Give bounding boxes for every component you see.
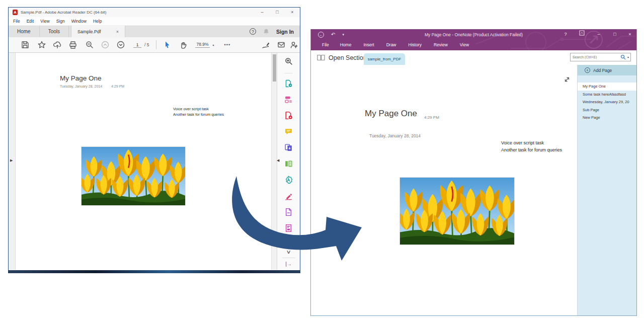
- acrobat-menubar: File Edit View Sign Window Help: [9, 17, 300, 26]
- onenote-titlebar[interactable]: ← ↶ ▾ My Page One - OneNote (Product Act…: [311, 29, 636, 40]
- acrobat-titlebar[interactable]: A Sample.Pdf - Adobe Acrobat Reader DC (…: [9, 8, 300, 17]
- tab-document[interactable]: Sample.Pdf ×: [71, 26, 125, 37]
- more-tools-panel-icon[interactable]: [284, 224, 293, 232]
- add-page-label: Add Page: [593, 68, 612, 73]
- onenote-body: My Page One 4:29 PM Tuesday, January 28,…: [311, 65, 636, 315]
- help-icon[interactable]: ?: [250, 28, 256, 35]
- book-icon[interactable]: [317, 54, 325, 61]
- page-list-item[interactable]: Sub Page: [578, 106, 636, 114]
- onenote-section-bar: Open Sections ▾ sample_from_PDF ▾: [311, 50, 636, 65]
- acrobat-window: A Sample.Pdf - Adobe Acrobat Reader DC (…: [8, 7, 300, 271]
- expand-diagonal-icon[interactable]: [564, 76, 571, 83]
- onenote-minimize-button[interactable]: –: [592, 29, 605, 40]
- menu-edit[interactable]: Edit: [27, 19, 34, 24]
- note-page-title[interactable]: My Page One: [365, 109, 417, 119]
- fill-sign-pen-icon[interactable]: [262, 40, 271, 49]
- add-page-button[interactable]: + Add Page: [578, 65, 636, 75]
- zoom-out-icon[interactable]: [85, 40, 94, 49]
- page-down-icon[interactable]: [116, 40, 125, 49]
- cloud-upload-icon[interactable]: [53, 40, 62, 49]
- acrobat-window-bottom-border: [8, 270, 300, 273]
- note-page-date: Tuesday, January 28, 2014: [369, 133, 421, 138]
- fill-sign-icon[interactable]: [284, 192, 293, 200]
- pdf-page-dateline: Tuesday, January 28, 20144:29 PM: [60, 85, 124, 88]
- ribbon-tab-home[interactable]: Home: [334, 40, 358, 50]
- search-tool-icon[interactable]: [284, 57, 293, 65]
- acrobat-window-title: Sample.Pdf - Adobe Acrobat Reader DC (64…: [21, 10, 106, 15]
- page-list-item[interactable]: Some task hereAfasdfasd: [578, 91, 636, 99]
- send-document-icon[interactable]: [284, 208, 293, 216]
- export-pdf-icon[interactable]: [284, 73, 293, 88]
- ribbon-tab-history[interactable]: History: [403, 40, 428, 50]
- onenote-maximize-button[interactable]: □: [608, 29, 621, 40]
- comment-icon[interactable]: [284, 127, 293, 136]
- email-icon[interactable]: [277, 40, 286, 49]
- search-input[interactable]: [571, 55, 620, 59]
- edit-pdf-icon[interactable]: [284, 95, 293, 104]
- ribbon-tab-insert[interactable]: Insert: [357, 40, 380, 50]
- tab-tools[interactable]: Tools: [40, 26, 69, 37]
- search-icon[interactable]: [620, 54, 626, 60]
- note-task-text[interactable]: Voice over script task Another task for …: [501, 140, 562, 153]
- navigation-pane-strip[interactable]: ▶: [9, 53, 16, 270]
- tab-close-icon[interactable]: ×: [116, 29, 119, 34]
- bell-icon[interactable]: [263, 28, 270, 35]
- tab-home[interactable]: Home: [9, 26, 40, 37]
- pdf-page-time: 4:29 PM: [111, 85, 124, 88]
- save-icon[interactable]: [21, 40, 30, 49]
- zoom-level-value[interactable]: 78.9%: [195, 42, 209, 48]
- page-list: My Page One Some task hereAfasdfasd Wedn…: [578, 83, 636, 122]
- onenote-close-button[interactable]: ×: [623, 29, 636, 40]
- acrobat-app-icon: A: [13, 10, 18, 15]
- panel-collapse-icon[interactable]: ◀: [277, 158, 279, 163]
- convert-pdf-icon[interactable]: [284, 176, 293, 184]
- page-list-item[interactable]: New Page: [578, 114, 636, 122]
- menu-view[interactable]: View: [40, 19, 49, 24]
- ribbon-tab-file[interactable]: File: [317, 40, 334, 50]
- sign-in-button[interactable]: Sign In: [276, 29, 294, 35]
- acrobat-tabbar: Home Tools Sample.Pdf × ? Sign In: [9, 26, 300, 37]
- onenote-page-canvas[interactable]: My Page One 4:29 PM Tuesday, January 28,…: [311, 65, 577, 315]
- account-add-icon[interactable]: [289, 40, 298, 49]
- minimize-button[interactable]: –: [255, 8, 270, 17]
- maximize-button[interactable]: □: [270, 8, 285, 17]
- tab-document-label: Sample.Pdf: [77, 29, 101, 34]
- menu-window[interactable]: Window: [71, 19, 87, 24]
- tools-panel: ◀: [277, 53, 300, 270]
- onenote-header: ← ↶ ▾ My Page One - OneNote (Product Act…: [311, 29, 636, 50]
- page-up-icon[interactable]: [101, 40, 110, 49]
- zoom-dropdown-icon[interactable]: ▾: [213, 43, 214, 47]
- menu-help[interactable]: Help: [93, 19, 102, 24]
- page-list-sidebar: + Add Page My Page One Some task hereAfa…: [577, 65, 636, 315]
- organize-pages-icon[interactable]: [284, 159, 293, 168]
- ribbon-display-options-icon[interactable]: [575, 29, 588, 40]
- onenote-help-icon[interactable]: ?: [559, 29, 572, 40]
- onenote-window: ← ↶ ▾ My Page One - OneNote (Product Act…: [310, 29, 637, 316]
- ribbon-tab-view[interactable]: View: [454, 40, 475, 50]
- tulip-image[interactable]: [81, 146, 186, 206]
- more-tools-icon[interactable]: •••: [224, 42, 230, 47]
- hand-tool-icon[interactable]: [179, 40, 188, 49]
- print-icon[interactable]: [68, 40, 77, 49]
- create-pdf-icon[interactable]: [284, 111, 293, 120]
- scrollbar-thumb[interactable]: [273, 54, 276, 82]
- page-number-input[interactable]: [133, 42, 141, 48]
- menu-file[interactable]: File: [13, 19, 20, 24]
- panel-expand-icon[interactable]: |→: [285, 261, 292, 267]
- panel-chevron-down-icon[interactable]: ∨: [286, 249, 291, 255]
- menu-sign[interactable]: Sign: [56, 19, 65, 24]
- page-list-item[interactable]: My Page One: [578, 83, 636, 91]
- note-tulip-image[interactable]: [399, 177, 515, 245]
- section-tab[interactable]: sample_from_PDF: [364, 53, 405, 65]
- select-cursor-icon[interactable]: [163, 40, 172, 49]
- combine-files-icon[interactable]: [284, 143, 293, 152]
- nav-expand-icon[interactable]: ▶: [10, 158, 13, 163]
- page-list-item[interactable]: Wednesday, January 29, 20: [578, 98, 636, 106]
- vertical-scrollbar[interactable]: [271, 53, 277, 270]
- search-box[interactable]: ▾: [570, 53, 631, 61]
- search-scope-dropdown-icon[interactable]: ▾: [627, 55, 629, 59]
- star-icon[interactable]: [37, 40, 46, 49]
- ribbon-tab-draw[interactable]: Draw: [380, 40, 403, 50]
- ribbon-tab-review[interactable]: Review: [428, 40, 454, 50]
- close-button[interactable]: ×: [285, 8, 300, 17]
